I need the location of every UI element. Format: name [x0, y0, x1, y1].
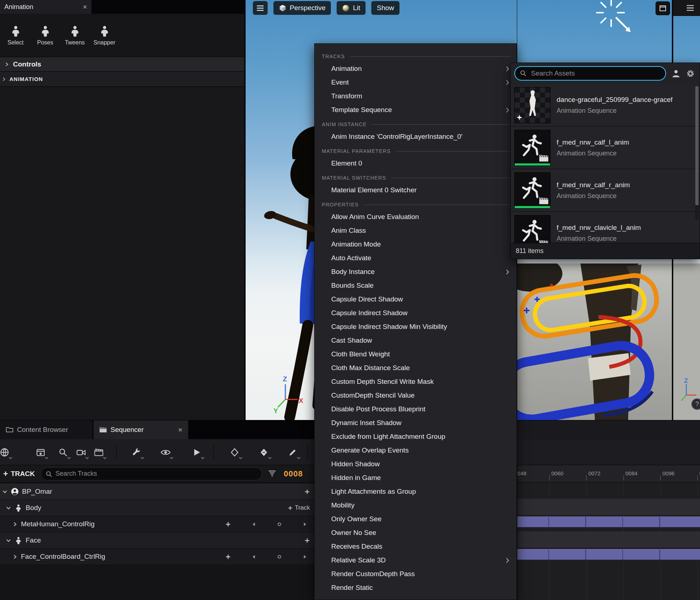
settings-button[interactable]	[686, 69, 695, 78]
keyframe-button[interactable]	[226, 443, 243, 461]
track-bar-metahuman-controlrig[interactable]	[517, 517, 700, 527]
timeline-ruler[interactable]: 004800600072008400960108	[517, 465, 700, 483]
track-row-face-controlboard-ctrlrig[interactable]: Face_ControlBoard_CtrlRig	[0, 549, 315, 565]
panel-menu-button[interactable]	[686, 3, 696, 13]
menu-item-template-sequence[interactable]: Template Sequence	[315, 103, 517, 117]
chevron-down-icon[interactable]	[6, 538, 11, 543]
menu-item-dynamic-inset-shadow[interactable]: Dynamic Inset Shadow	[315, 416, 517, 430]
scrollbar-thumb[interactable]	[695, 86, 699, 205]
view-options-button[interactable]	[157, 443, 174, 461]
filter-button[interactable]	[268, 470, 276, 477]
create-sequence-button[interactable]	[32, 443, 49, 461]
menu-item-anim-class[interactable]: Anim Class	[315, 224, 517, 237]
maximize-button[interactable]	[656, 1, 670, 15]
add-key-button[interactable]	[225, 522, 231, 527]
menu-item-anim-instance-controlriglayerinstance-0[interactable]: Anim Instance 'ControlRigLayerInstance_0…	[315, 130, 517, 143]
track-bar-face-controlboard[interactable]	[517, 549, 700, 560]
controls-section-header[interactable]: Controls	[0, 57, 244, 72]
add-section-button[interactable]	[304, 489, 310, 494]
track-row-body[interactable]: BodyTrack	[0, 500, 315, 516]
menu-item-material-element-0-switcher[interactable]: Material Element 0 Switcher	[315, 183, 517, 197]
menu-item-allow-anim-curve-evaluation[interactable]: Allow Anim Curve Evaluation	[315, 210, 517, 224]
menu-item-receives-decals[interactable]: Receives Decals	[315, 540, 517, 553]
close-icon[interactable]: ×	[83, 3, 87, 10]
asset-item-dance-graceful-250999-dance-gracef[interactable]: dance-graceful_250999_dance-gracefAnimat…	[511, 84, 700, 127]
tab-sequencer[interactable]: Sequencer ×	[94, 420, 188, 439]
render-movie-button[interactable]	[90, 443, 107, 461]
menu-item-animation[interactable]: Animation	[315, 62, 517, 76]
menu-item-only-owner-see[interactable]: Only Owner See	[315, 512, 517, 526]
timeline[interactable]: 004800600072008400960108	[517, 465, 700, 600]
menu-item-exclude-from-light-attachment-group[interactable]: Exclude from Light Attachment Group	[315, 430, 517, 443]
world-button[interactable]	[0, 443, 13, 461]
asset-search-input[interactable]	[514, 66, 666, 81]
toolbar-select[interactable]: Select	[1, 25, 30, 46]
tab-content-browser[interactable]: Content Browser	[0, 420, 92, 439]
menu-item-animation-mode[interactable]: Animation Mode	[315, 237, 517, 251]
menu-item-relative-scale-3d[interactable]: Relative Scale 3D	[315, 553, 517, 567]
menu-item-event[interactable]: Event	[315, 76, 517, 89]
animation-section-header[interactable]: ANIMATION	[0, 72, 244, 87]
toolbar-snapper[interactable]: Snapper	[90, 25, 119, 46]
menu-item-hidden-in-game[interactable]: Hidden in Game	[315, 471, 517, 485]
asset-item-f-med-nrw-clavicle-l-anim[interactable]: f_med_nrw_clavicle_l_animAnimation Seque…	[511, 212, 700, 244]
menu-item-cloth-max-distance-scale[interactable]: Cloth Max Distance Scale	[315, 361, 517, 375]
menu-item-body-instance[interactable]: Body Instance	[315, 265, 517, 279]
menu-item-owner-no-see[interactable]: Owner No See	[315, 526, 517, 540]
next-key-button[interactable]	[302, 554, 308, 560]
menu-item-hidden-shadow[interactable]: Hidden Shadow	[315, 457, 517, 471]
autokey-button[interactable]	[284, 443, 301, 461]
track-search-input[interactable]	[41, 467, 262, 480]
key-marker-button[interactable]	[277, 554, 282, 560]
track-row-face[interactable]: Face	[0, 532, 315, 549]
help-badge[interactable]: ?	[691, 398, 700, 410]
chevron-right-icon[interactable]	[12, 522, 18, 527]
chevron-down-icon[interactable]	[2, 489, 8, 494]
menu-item-disable-post-process-blueprint[interactable]: Disable Post Process Blueprint	[315, 402, 517, 416]
next-key-button[interactable]	[302, 522, 308, 527]
menu-item-capsule-indirect-shadow-min-visibility[interactable]: Capsule Indirect Shadow Min Visibility	[315, 320, 517, 334]
track-row-metahuman-controlrig[interactable]: MetaHuman_ControlRig	[0, 516, 315, 532]
add-track-button[interactable]: TRACK	[3, 470, 35, 478]
menu-item-auto-activate[interactable]: Auto Activate	[315, 251, 517, 265]
menu-item-cloth-blend-weight[interactable]: Cloth Blend Weight	[315, 347, 517, 361]
add-key-button[interactable]	[225, 554, 231, 560]
find-asset-button[interactable]	[54, 443, 72, 461]
previous-key-button[interactable]	[251, 554, 256, 560]
menu-item-render-customdepth-pass[interactable]: Render CustomDepth Pass	[315, 567, 517, 581]
track-row-bp-omar[interactable]: BP_Omar	[0, 484, 315, 500]
asset-item-f-med-nrw-calf-l-anim[interactable]: f_med_nrw_calf_l_animAnimation Sequence	[511, 127, 700, 169]
menu-item-custom-depth-stencil-write-mask[interactable]: Custom Depth Stencil Write Mask	[315, 375, 517, 389]
menu-item-render-static[interactable]: Render Static	[315, 581, 517, 595]
menu-item-bounds-scale[interactable]: Bounds Scale	[315, 279, 517, 292]
menu-item-generate-overlap-events[interactable]: Generate Overlap Events	[315, 443, 517, 457]
scrollbar-track[interactable]	[695, 85, 699, 220]
menu-item-transform[interactable]: Transform	[315, 89, 517, 103]
toolbar-tweens[interactable]: Tweens	[60, 25, 90, 46]
user-filter-button[interactable]	[671, 69, 680, 78]
directional-light-gizmo[interactable]	[595, 0, 642, 40]
current-frame-display[interactable]: 0008	[284, 469, 303, 479]
menu-item-element-0[interactable]: Element 0	[315, 157, 517, 170]
menu-item-customdepth-stencil-value[interactable]: CustomDepth Stencil Value	[315, 389, 517, 402]
perspective-button[interactable]: Perspective	[273, 1, 331, 15]
previous-key-button[interactable]	[251, 522, 256, 527]
playback-options-button[interactable]	[188, 443, 205, 461]
actions-button[interactable]	[128, 443, 145, 461]
lit-button[interactable]: Lit	[337, 1, 366, 15]
show-button[interactable]: Show	[371, 1, 399, 15]
key-marker-button[interactable]	[277, 522, 282, 527]
keyframe-all-button[interactable]	[255, 443, 272, 461]
menu-item-cast-shadow[interactable]: Cast Shadow	[315, 334, 517, 347]
menu-item-mobility[interactable]: Mobility	[315, 498, 517, 512]
add-section-button[interactable]	[304, 538, 310, 543]
tab-animation[interactable]: Animation ×	[0, 0, 91, 14]
camera-button[interactable]	[72, 443, 90, 461]
toolbar-poses[interactable]: Poses	[30, 25, 60, 46]
asset-item-f-med-nrw-calf-r-anim[interactable]: f_med_nrw_calf_r_animAnimation Sequence	[511, 169, 700, 212]
menu-item-light-attachments-as-group[interactable]: Light Attachments as Group	[315, 485, 517, 498]
menu-item-capsule-indirect-shadow[interactable]: Capsule Indirect Shadow	[315, 306, 517, 320]
viewport-menu-button[interactable]	[253, 1, 268, 15]
add-track-button[interactable]: Track	[288, 504, 310, 511]
menu-item-capsule-direct-shadow[interactable]: Capsule Direct Shadow	[315, 292, 517, 306]
